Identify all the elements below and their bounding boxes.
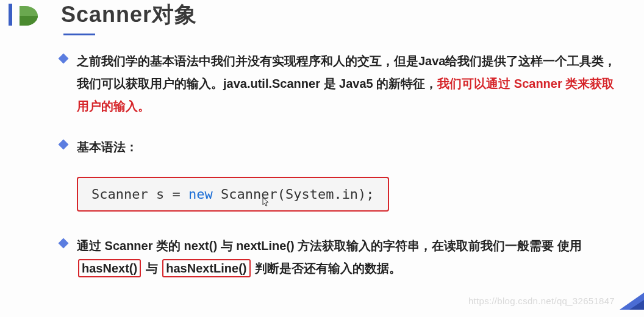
bullet-text: 通过 Scanner 类的 next() 与 nextLine() 方法获取输入… — [77, 235, 620, 280]
code-text: Scanner s = — [91, 187, 188, 202]
diamond-bullet-icon — [59, 238, 69, 249]
code-block: Scanner s = new Scanner(System.in); — [77, 177, 389, 212]
watermark-text: https://blog.csdn.net/qq_32651847 — [468, 296, 615, 306]
cursor-icon — [261, 196, 271, 210]
title-block: Scanner对象 — [61, 0, 197, 35]
bullet-text: 基本语法： — [77, 136, 138, 158]
text-segment: 通过 Scanner 类的 next() 与 nextLine() 方法获取输入… — [77, 239, 582, 252]
bullet-item: 通过 Scanner 类的 next() 与 nextLine() 方法获取输入… — [60, 235, 620, 280]
corner-decoration-inner-icon — [629, 300, 644, 310]
bullet-text: 之前我们学的基本语法中我们并没有实现程序和人的交互，但是Java给我们提供了这样… — [77, 50, 620, 118]
bullet-item: 基本语法： — [60, 136, 620, 158]
highlighted-code-box: hasNextLine() — [162, 259, 250, 277]
diamond-bullet-icon — [59, 54, 69, 64]
content-area: 之前我们学的基本语法中我们并没有实现程序和人的交互，但是Java给我们提供了这样… — [60, 50, 620, 298]
title-underline — [63, 34, 95, 35]
logo-icon — [17, 4, 43, 30]
highlighted-code-box: hasNext() — [78, 259, 141, 277]
bullet-item: 之前我们学的基本语法中我们并没有实现程序和人的交互，但是Java给我们提供了这样… — [60, 50, 620, 118]
page-title: Scanner对象 — [61, 0, 197, 30]
left-accent-bar — [9, 4, 12, 26]
diamond-bullet-icon — [59, 140, 69, 150]
code-block-container: Scanner s = new Scanner(System.in); — [77, 177, 620, 212]
code-text: Scanner(System.in); — [213, 187, 374, 202]
text-segment: 与 — [146, 262, 158, 275]
code-keyword: new — [188, 187, 213, 202]
text-segment: 判断是否还有输入的数据。 — [255, 262, 401, 275]
